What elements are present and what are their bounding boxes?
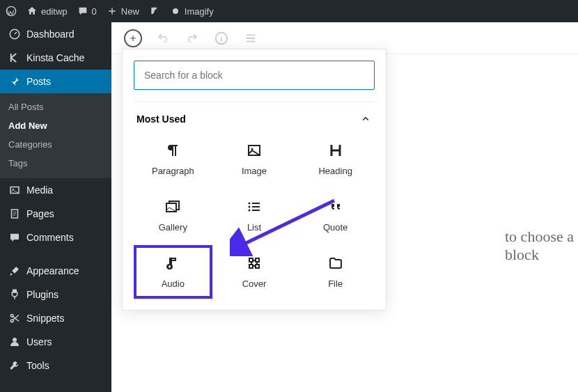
- tools-icon: [8, 359, 21, 372]
- sidebar-item-dashboard[interactable]: Dashboard: [0, 22, 111, 46]
- block-label: Image: [242, 166, 267, 176]
- block-label: List: [247, 222, 261, 233]
- imagify-link[interactable]: Imagify: [170, 6, 214, 17]
- sidebar-item-pages[interactable]: Pages: [0, 202, 111, 226]
- block-label: Quote: [323, 222, 347, 233]
- sidebar-item-posts[interactable]: Posts: [0, 70, 111, 93]
- info-icon: [214, 31, 229, 46]
- block-image[interactable]: Image: [215, 132, 294, 186]
- imagify-label: Imagify: [185, 6, 214, 17]
- sub-all-posts[interactable]: All Posts: [0, 97, 111, 116]
- block-audio[interactable]: Audio: [134, 245, 212, 299]
- plugins-label: Plugins: [26, 289, 58, 300]
- sidebar-item-snippets[interactable]: Snippets: [0, 306, 111, 330]
- block-label: Paragraph: [152, 166, 194, 176]
- svg-point-1: [173, 8, 178, 14]
- comment-icon: [77, 6, 88, 17]
- comments-label: Comments: [26, 232, 74, 243]
- editor-hint: to choose a block: [505, 228, 578, 264]
- posts-label: Posts: [26, 76, 51, 87]
- media-icon: [8, 184, 21, 196]
- sidebar-item-media[interactable]: Media: [0, 178, 111, 202]
- svg-point-13: [248, 203, 250, 205]
- plugin-icon: [8, 288, 21, 301]
- posts-submenu: All Posts Add New Categories Tags: [0, 93, 111, 178]
- block-file[interactable]: File: [296, 245, 375, 299]
- snippets-label: Snippets: [26, 313, 64, 324]
- comments-icon: [8, 231, 21, 244]
- plus-icon: [128, 33, 138, 43]
- wordpress-icon: [6, 6, 17, 17]
- redo-icon: [185, 31, 200, 46]
- file-icon: [327, 255, 344, 272]
- kinsta-icon: [8, 52, 21, 64]
- block-label: Audio: [162, 279, 185, 289]
- outline-button[interactable]: [242, 30, 259, 47]
- sidebar-item-users[interactable]: Users: [0, 330, 111, 354]
- block-list[interactable]: List: [215, 189, 294, 242]
- undo-icon: [155, 31, 171, 46]
- most-used-header[interactable]: Most Used: [134, 101, 375, 132]
- comments-link[interactable]: 0: [77, 6, 97, 17]
- sidebar-item-comments[interactable]: Comments: [0, 226, 111, 249]
- sidebar-item-appearance[interactable]: Appearance: [0, 259, 111, 283]
- audio-icon: [164, 255, 181, 272]
- block-label: Cover: [242, 279, 267, 289]
- comments-count: 0: [92, 6, 97, 17]
- heading-icon: [327, 142, 344, 159]
- yoast-link[interactable]: [149, 6, 160, 17]
- users-label: Users: [26, 336, 52, 347]
- svg-point-7: [10, 320, 13, 322]
- block-search-input[interactable]: [134, 61, 375, 90]
- scissors-icon: [8, 312, 21, 324]
- pages-label: Pages: [26, 208, 54, 219]
- sub-categories[interactable]: Categories: [0, 135, 111, 154]
- block-paragraph[interactable]: Paragraph: [134, 132, 212, 186]
- users-icon: [8, 336, 21, 348]
- image-icon: [246, 142, 263, 159]
- block-inserter: Most Used Paragraph Image Heading Galler…: [122, 49, 386, 311]
- block-label: Heading: [318, 166, 352, 176]
- sidebar-item-tools[interactable]: Tools: [0, 354, 111, 377]
- list-icon: [246, 198, 263, 215]
- sub-tags[interactable]: Tags: [0, 154, 111, 173]
- wp-logo[interactable]: [6, 6, 17, 17]
- svg-point-14: [248, 206, 250, 208]
- block-grid: Paragraph Image Heading Gallery List Quo…: [134, 132, 375, 299]
- chevron-up-icon: [359, 113, 372, 125]
- new-label: New: [121, 6, 139, 17]
- site-link[interactable]: editwp: [26, 6, 68, 17]
- new-link[interactable]: New: [107, 6, 139, 17]
- sub-add-new[interactable]: Add New: [0, 116, 111, 135]
- block-gallery[interactable]: Gallery: [134, 189, 212, 242]
- block-label: Gallery: [159, 222, 187, 233]
- outline-icon: [243, 31, 258, 46]
- sidebar-item-plugins[interactable]: Plugins: [0, 283, 111, 306]
- plus-icon: [107, 6, 118, 17]
- admin-sidebar: Dashboard Kinsta Cache Posts All Posts A…: [0, 22, 111, 392]
- pin-icon: [8, 75, 21, 88]
- info-button[interactable]: [213, 30, 230, 47]
- block-quote[interactable]: Quote: [296, 189, 375, 242]
- cover-icon: [246, 255, 263, 272]
- section-title: Most Used: [136, 113, 186, 125]
- quote-icon: [327, 198, 344, 215]
- appearance-label: Appearance: [26, 265, 79, 276]
- dashboard-icon: [8, 28, 21, 40]
- sidebar-item-kinsta[interactable]: Kinsta Cache: [0, 46, 111, 70]
- block-cover[interactable]: Cover: [215, 245, 294, 299]
- site-name: editwp: [41, 6, 68, 17]
- undo-button[interactable]: [155, 30, 171, 47]
- block-heading[interactable]: Heading: [296, 132, 375, 186]
- svg-point-6: [10, 314, 13, 317]
- block-label: File: [328, 279, 343, 289]
- kinsta-label: Kinsta Cache: [26, 52, 84, 63]
- svg-point-16: [168, 265, 172, 269]
- media-label: Media: [26, 185, 53, 196]
- brush-icon: [8, 265, 21, 277]
- paragraph-icon: [164, 142, 181, 159]
- admin-topbar: editwp 0 New Imagify: [0, 0, 578, 22]
- gallery-icon: [164, 198, 181, 215]
- tools-label: Tools: [26, 360, 49, 371]
- redo-button[interactable]: [184, 30, 201, 47]
